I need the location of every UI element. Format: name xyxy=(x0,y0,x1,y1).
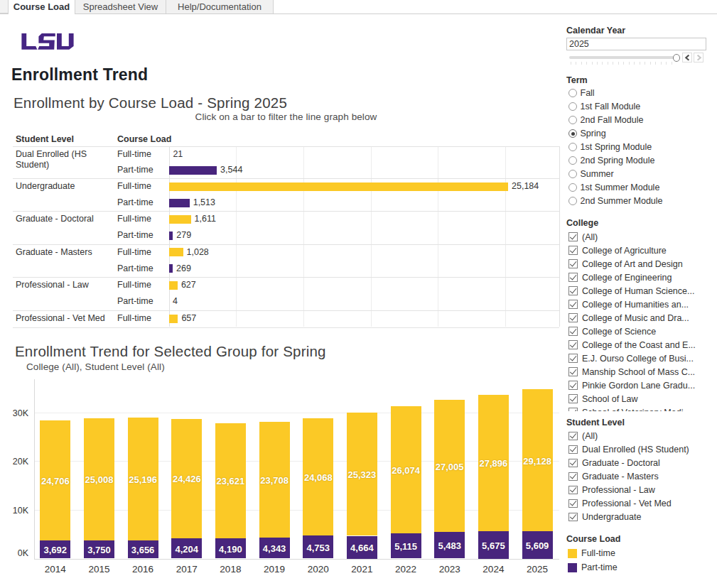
checkbox-option-label: Undergraduate xyxy=(582,511,641,524)
checkbox-option-graduate-doctoral[interactable]: Graduate - Doctoral xyxy=(568,457,714,470)
checkbox-checked-icon xyxy=(568,499,578,508)
checkbox-checked-icon xyxy=(568,246,578,255)
checkbox-option-graduate-masters[interactable]: Graduate - Masters xyxy=(568,470,714,484)
checkbox-option-label: College of Art and Design xyxy=(582,258,683,271)
chart2-x-tick-label: 2019 xyxy=(253,564,296,575)
checkbox-option-college-of-art-and-design[interactable]: College of Art and Design xyxy=(568,258,714,271)
slider-tick xyxy=(645,62,645,65)
checkbox-option-pinkie-gordon-lane-gradu[interactable]: Pinkie Gordon Lane Gradu... xyxy=(568,379,714,393)
radio-option-label: 2nd Summer Module xyxy=(581,195,663,208)
chart2-y-tick-label: 10K xyxy=(4,506,28,516)
tab-help-documentation[interactable]: Help/Documentation xyxy=(166,0,274,13)
chart2-part-time-value: 5,483 xyxy=(428,540,471,551)
checkbox-option-manship-school-of-mass-c[interactable]: Manship School of Mass C... xyxy=(568,366,714,379)
checkbox-option-label: School of Law xyxy=(582,393,638,406)
tab-scroll-stub[interactable] xyxy=(0,0,9,13)
slider-tick xyxy=(661,62,662,65)
checkbox-option-label: College of Humanities an... xyxy=(582,298,689,312)
chart1-bar-part-time[interactable] xyxy=(169,166,217,175)
radio-option-1st-summer-module[interactable]: 1st Summer Module xyxy=(568,181,711,195)
checkbox-option-all[interactable]: (All) xyxy=(568,430,714,443)
radio-icon xyxy=(568,89,577,97)
chart1-bar-full-time[interactable] xyxy=(169,183,508,191)
radio-option-spring[interactable]: Spring xyxy=(568,127,711,141)
checkbox-option-college-of-science[interactable]: College of Science xyxy=(568,325,714,339)
chart2-full-time-value: 26,074 xyxy=(384,465,427,476)
checkbox-option-college-of-the-coast-and-e[interactable]: College of the Coast and E... xyxy=(568,339,714,352)
checkbox-checked-icon xyxy=(568,354,578,363)
chart1-student-level-label: Undergraduate xyxy=(16,181,115,192)
checkbox-option-college-of-engineering[interactable]: College of Engineering xyxy=(568,271,714,285)
radio-option-fall[interactable]: Fall xyxy=(568,87,711,100)
slider-tick xyxy=(581,62,582,65)
radio-option-1st-spring-module[interactable]: 1st Spring Module xyxy=(568,141,711,154)
chart2-part-time-value: 4,190 xyxy=(209,544,252,555)
radio-icon xyxy=(568,183,577,192)
chart1-bar-value: 1,611 xyxy=(195,214,216,224)
tab-bar: Course Load Spreadsheet View Help/Docume… xyxy=(0,0,717,14)
radio-option-label: Summer xyxy=(581,168,614,181)
chart2-x-tick-label: 2017 xyxy=(166,564,208,575)
chart1-row-separator xyxy=(13,178,559,179)
chart2-full-time-value: 29,128 xyxy=(516,456,559,467)
checkbox-checked-icon xyxy=(568,367,578,376)
checkbox-option-all[interactable]: (All) xyxy=(568,231,714,244)
radio-icon xyxy=(568,170,577,178)
radio-option-2nd-spring-module[interactable]: 2nd Spring Module xyxy=(568,154,711,168)
tab-spreadsheet-view[interactable]: Spreadsheet View xyxy=(75,0,166,13)
radio-option-2nd-summer-module[interactable]: 2nd Summer Module xyxy=(568,195,711,208)
chevron-right-icon xyxy=(694,53,703,62)
checkbox-option-college-of-humanities-an[interactable]: College of Humanities an... xyxy=(568,298,714,312)
radio-option-label: Spring xyxy=(581,127,606,141)
radio-option-summer[interactable]: Summer xyxy=(568,168,711,181)
checkbox-option-college-of-agriculture[interactable]: College of Agriculture xyxy=(568,244,714,258)
chart2-part-time-value: 3,656 xyxy=(122,545,164,555)
student-level-filter-label: Student Level xyxy=(566,418,625,428)
chart1-course-load-label: Part-time xyxy=(117,197,153,207)
chart2-part-time-value: 4,753 xyxy=(297,543,340,553)
chart1-bar-full-time[interactable] xyxy=(169,215,191,224)
calendar-year-input[interactable] xyxy=(566,38,706,50)
checkbox-option-label: Professional - Vet Med xyxy=(582,497,672,511)
calendar-year-slider-track[interactable] xyxy=(569,56,676,59)
checkbox-option-undergraduate[interactable]: Undergraduate xyxy=(568,511,714,524)
slider-tick xyxy=(592,62,593,65)
checkbox-option-professional-law[interactable]: Professional - Law xyxy=(568,484,714,497)
calendar-year-label: Calendar Year xyxy=(566,26,625,36)
checkbox-option-school-of-veterinary-medi[interactable]: School of Veterinary Medi... xyxy=(568,406,714,411)
chart1-bar-part-time[interactable] xyxy=(169,199,190,207)
checkbox-option-label: Manship School of Mass C... xyxy=(582,366,695,379)
college-filter-label: College xyxy=(566,218,598,228)
slider-prev-button[interactable] xyxy=(682,53,692,62)
checkbox-option-college-of-human-science[interactable]: College of Human Science... xyxy=(568,285,714,298)
chart2-x-tick-label: 2015 xyxy=(78,564,121,575)
slider-tick xyxy=(576,62,576,65)
checkbox-checked-icon xyxy=(568,513,578,522)
slider-tick xyxy=(586,62,587,65)
checkbox-option-label: College of Science xyxy=(582,325,656,339)
checkbox-checked-icon xyxy=(568,432,578,441)
checkbox-checked-icon xyxy=(568,394,578,403)
checkbox-checked-icon xyxy=(568,327,578,336)
radio-option-1st-fall-module[interactable]: 1st Fall Module xyxy=(568,100,711,114)
checkbox-option-school-of-law[interactable]: School of Law xyxy=(568,393,714,406)
tab-course-load[interactable]: Course Load xyxy=(9,0,75,14)
slider-tick xyxy=(613,62,613,65)
slider-tick xyxy=(672,62,672,65)
slider-next-button[interactable] xyxy=(694,53,703,62)
checkbox-option-e-j-ourso-college-of-busi[interactable]: E.J. Ourso College of Busi... xyxy=(568,352,714,366)
chart2-x-axis-line xyxy=(34,559,560,560)
calendar-year-slider-handle[interactable] xyxy=(673,54,681,62)
checkbox-option-dual-enrolled-hs-student[interactable]: Dual Enrolled (HS Student) xyxy=(568,443,714,457)
chart1-row-separator xyxy=(13,146,559,147)
radio-icon xyxy=(568,116,577,124)
checkbox-checked-icon xyxy=(568,472,578,481)
chart1-subtitle: Click on a bar to filter the line graph … xyxy=(13,111,559,122)
chart2-part-time-value: 3,692 xyxy=(34,545,77,555)
checkbox-option-college-of-music-and-dra[interactable]: College of Music and Dra... xyxy=(568,312,714,325)
slider-tick xyxy=(623,62,624,65)
checkbox-option-professional-vet-med[interactable]: Professional - Vet Med xyxy=(568,497,714,511)
chart2-full-time-value: 25,008 xyxy=(78,474,121,485)
radio-option-2nd-fall-module[interactable]: 2nd Fall Module xyxy=(568,114,711,127)
checkbox-checked-icon xyxy=(568,232,578,241)
